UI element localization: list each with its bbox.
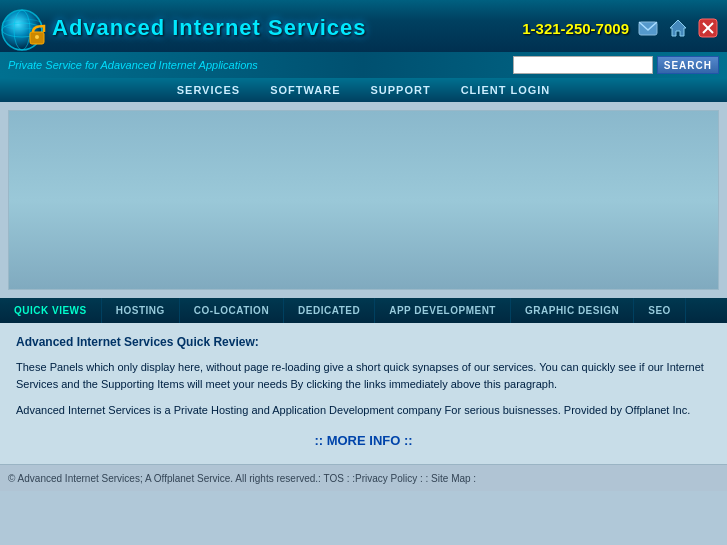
footer-text: © Advanced Internet Services; A Offplane… [8,473,476,484]
content-area: Advanced Internet Services Quick Review:… [0,323,727,464]
content-para2: Advanced Internet Services is a Private … [16,402,711,419]
nav-bar: SERVICES SOFTWARE SUPPORT CLIENT LOGIN [0,78,727,102]
phone-number: 1-321-250-7009 [522,20,629,37]
tab-hosting[interactable]: HOSTING [102,298,180,323]
content-title: Advanced Internet Services Quick Review: [16,335,711,349]
tab-app-development[interactable]: APP DEVELOPMENT [375,298,511,323]
site-title: Advanced Internet Services [52,15,367,41]
globe-icon [0,4,48,52]
footer: © Advanced Internet Services; A Offplane… [0,464,727,491]
home-icon[interactable] [667,17,689,39]
tab-co-location[interactable]: CO-LOCATION [180,298,284,323]
tab-quick-views[interactable]: QUICK VIEWS [0,298,102,323]
svg-point-5 [35,35,39,39]
svg-rect-11 [9,111,718,289]
site-header: Advanced Internet Services 1-321-250-700… [0,0,727,52]
search-area: SEARCH [513,56,719,74]
header-left: Advanced Internet Services [0,4,367,52]
nav-services[interactable]: SERVICES [177,84,240,96]
tagline-text: Private Service for Adavanced Internet A… [8,59,258,71]
tabs-bar: QUICK VIEWS HOSTING CO-LOCATION DEDICATE… [0,298,727,323]
close-icon[interactable] [697,17,719,39]
tab-seo[interactable]: SEO [634,298,686,323]
tab-graphic-design[interactable]: GRAPHIC DESIGN [511,298,634,323]
content-para1: These Panels which only display here, wi… [16,359,711,392]
nav-client-login[interactable]: CLIENT LOGIN [461,84,551,96]
header-right: 1-321-250-7009 [522,17,719,39]
banner-area [8,110,719,290]
email-icon[interactable] [637,17,659,39]
svg-marker-7 [670,20,686,36]
nav-software[interactable]: SOFTWARE [270,84,340,96]
tagline-bar: Private Service for Adavanced Internet A… [0,52,727,78]
tab-dedicated[interactable]: DEDICATED [284,298,375,323]
nav-support[interactable]: SUPPORT [370,84,430,96]
more-info-link[interactable]: :: MORE INFO :: [16,433,711,448]
search-button[interactable]: SEARCH [657,56,719,74]
search-input[interactable] [513,56,653,74]
